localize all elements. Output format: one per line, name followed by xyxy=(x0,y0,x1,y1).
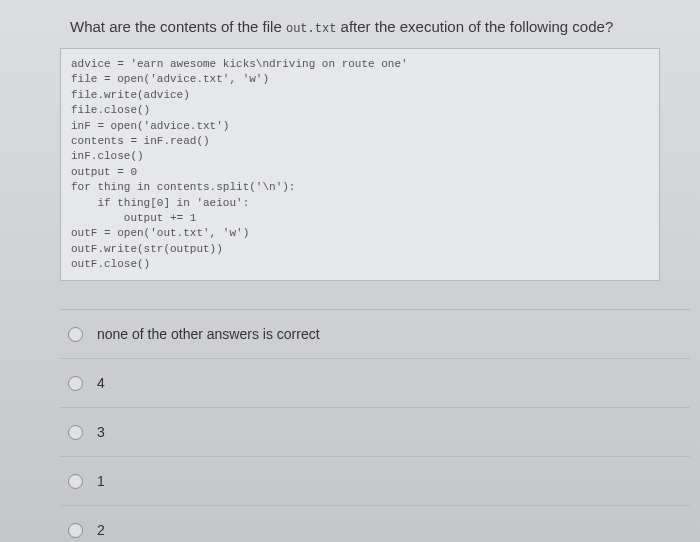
radio-icon[interactable] xyxy=(68,327,83,342)
answer-label: 1 xyxy=(97,473,105,489)
answer-label: 2 xyxy=(97,522,105,538)
answer-option[interactable]: 3 xyxy=(60,407,690,456)
answer-option[interactable]: 4 xyxy=(60,358,690,407)
question-suffix: after the execution of the following cod… xyxy=(336,18,613,35)
code-block: advice = 'earn awesome kicks\ndriving on… xyxy=(60,48,660,281)
answer-option[interactable]: 1 xyxy=(60,456,690,505)
answer-option[interactable]: none of the other answers is correct xyxy=(60,309,690,358)
answer-list: none of the other answers is correct 4 3… xyxy=(60,309,690,542)
radio-icon[interactable] xyxy=(68,523,83,538)
answer-label: none of the other answers is correct xyxy=(97,326,320,342)
radio-icon[interactable] xyxy=(68,376,83,391)
answer-label: 3 xyxy=(97,424,105,440)
radio-icon[interactable] xyxy=(68,474,83,489)
question-title: What are the contents of the file out.tx… xyxy=(60,18,690,36)
question-filename: out.txt xyxy=(286,22,336,36)
answer-option[interactable]: 2 xyxy=(60,505,690,542)
question-prefix: What are the contents of the file xyxy=(70,18,286,35)
radio-icon[interactable] xyxy=(68,425,83,440)
answer-label: 4 xyxy=(97,375,105,391)
